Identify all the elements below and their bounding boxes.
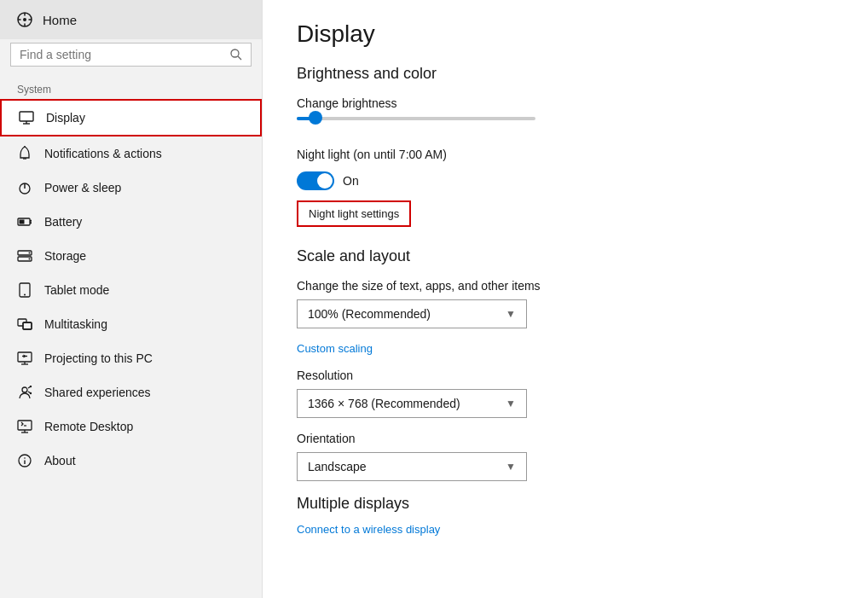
brightness-label: Change brightness [297, 96, 834, 110]
svg-line-7 [238, 56, 241, 60]
svg-point-6 [231, 49, 239, 57]
shared-icon [17, 385, 32, 400]
search-box[interactable] [10, 43, 252, 67]
resolution-value: 1366 × 768 (Recommended) [308, 397, 460, 410]
remote-label: Remote Desktop [44, 420, 133, 433]
sidebar-item-multitasking[interactable]: Multitasking [0, 307, 262, 341]
orientation-value: Landscape [308, 460, 367, 473]
slider-thumb[interactable] [309, 111, 322, 125]
resolution-chevron: ▼ [506, 398, 516, 409]
display-label: Display [46, 111, 85, 125]
storage-icon [17, 248, 32, 264]
resolution-dropdown[interactable]: 1366 × 768 (Recommended) ▼ [297, 389, 527, 418]
scale-section-title: Scale and layout [297, 247, 834, 265]
multitasking-icon [17, 316, 32, 332]
sidebar-item-notifications[interactable]: Notifications & actions [0, 136, 262, 171]
tablet-label: Tablet mode [44, 283, 109, 297]
size-label: Change the size of text, apps, and other… [297, 279, 834, 293]
svg-point-22 [29, 253, 31, 254]
svg-rect-16 [20, 220, 25, 224]
sidebar-item-power[interactable]: Power & sleep [0, 171, 262, 205]
text-size-value: 100% (Recommended) [308, 307, 431, 321]
resolution-label: Resolution [297, 369, 834, 382]
svg-point-23 [29, 258, 31, 260]
sidebar-item-tablet[interactable]: Tablet mode [0, 273, 262, 307]
svg-point-44 [24, 457, 26, 459]
toggle-on-text: On [343, 174, 359, 188]
multitasking-label: Multitasking [44, 317, 107, 331]
svg-rect-8 [20, 112, 33, 121]
svg-point-25 [24, 294, 26, 296]
sidebar-item-about[interactable]: About [0, 444, 262, 478]
display-icon [19, 110, 34, 125]
text-size-chevron: ▼ [506, 308, 516, 320]
storage-label: Storage [44, 249, 86, 263]
power-label: Power & sleep [44, 181, 121, 194]
about-label: About [44, 454, 76, 467]
connect-display-link[interactable]: Connect to a wireless display [297, 523, 834, 536]
main-content: Display Brightness and color Change brig… [263, 0, 868, 598]
text-size-dropdown[interactable]: 100% (Recommended) ▼ [297, 299, 527, 328]
power-icon [17, 180, 32, 195]
svg-point-34 [22, 387, 27, 392]
projecting-label: Projecting to this PC [44, 351, 153, 365]
resolution-container: Resolution 1366 × 768 (Recommended) ▼ [297, 369, 834, 418]
night-light-label: Night light (on until 7:00 AM) [297, 148, 447, 161]
night-light-toggle[interactable] [297, 171, 334, 190]
text-size-container: Change the size of text, apps, and other… [297, 279, 834, 328]
sidebar-item-projecting[interactable]: Projecting to this PC [0, 341, 262, 375]
orientation-label: Orientation [297, 432, 834, 445]
orientation-container: Orientation Landscape ▼ [297, 432, 834, 481]
sidebar-item-battery[interactable]: Battery [0, 205, 262, 239]
page-title: Display [297, 20, 834, 48]
battery-label: Battery [44, 215, 82, 229]
night-light-settings-button[interactable]: Night light settings [297, 200, 411, 227]
sidebar: Home System Display [0, 0, 263, 598]
sidebar-item-storage[interactable]: Storage [0, 239, 262, 273]
toggle-knob [317, 173, 333, 189]
sidebar-item-remote[interactable]: Remote Desktop [0, 409, 262, 444]
search-icon [230, 49, 242, 61]
svg-point-1 [23, 18, 26, 21]
night-light-row: Night light (on until 7:00 AM) [297, 148, 834, 161]
slider-track [297, 117, 535, 120]
brightness-section-title: Brightness and color [297, 65, 834, 83]
brightness-container: Change brightness [297, 96, 834, 134]
search-input[interactable] [20, 48, 230, 61]
svg-marker-33 [24, 355, 27, 358]
notifications-label: Notifications & actions [44, 147, 162, 160]
about-icon [17, 453, 32, 468]
svg-rect-27 [23, 322, 32, 329]
remote-icon [17, 419, 32, 434]
orientation-chevron: ▼ [506, 461, 516, 473]
home-icon [17, 12, 32, 27]
multiple-displays-title: Multiple displays [297, 495, 834, 513]
svg-point-38 [30, 392, 32, 394]
sidebar-item-shared[interactable]: Shared experiences [0, 375, 262, 409]
custom-scaling-link[interactable]: Custom scaling [297, 342, 834, 355]
tablet-icon [17, 282, 32, 298]
night-light-toggle-row: On [297, 171, 834, 190]
sidebar-item-home[interactable]: Home [0, 0, 262, 39]
shared-label: Shared experiences [44, 386, 151, 399]
home-label: Home [43, 13, 77, 27]
notifications-icon [17, 146, 32, 161]
battery-icon [17, 214, 32, 229]
sidebar-item-display[interactable]: Display [0, 99, 262, 136]
orientation-dropdown[interactable]: Landscape ▼ [297, 452, 527, 481]
system-section-label: System [0, 77, 262, 99]
projecting-icon [17, 351, 32, 366]
